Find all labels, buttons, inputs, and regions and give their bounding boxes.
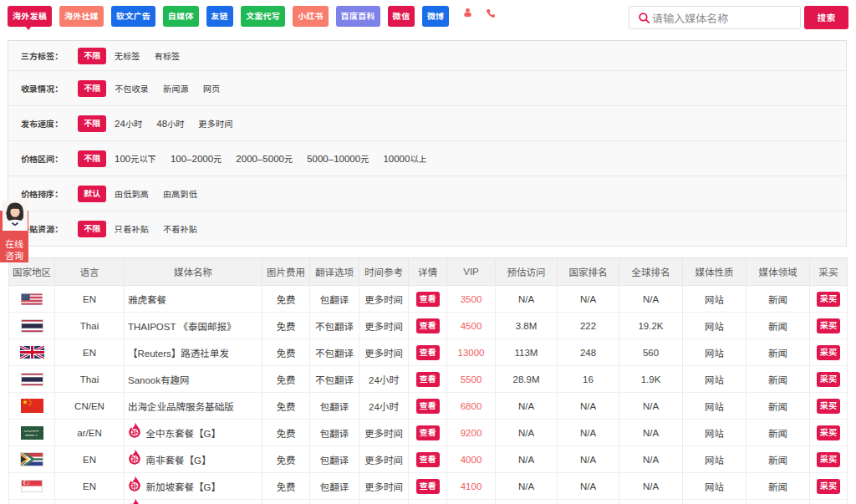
svg-text:补: 补 (131, 454, 139, 463)
svg-text:补: 补 (131, 427, 139, 436)
svg-text:补: 补 (131, 481, 139, 490)
